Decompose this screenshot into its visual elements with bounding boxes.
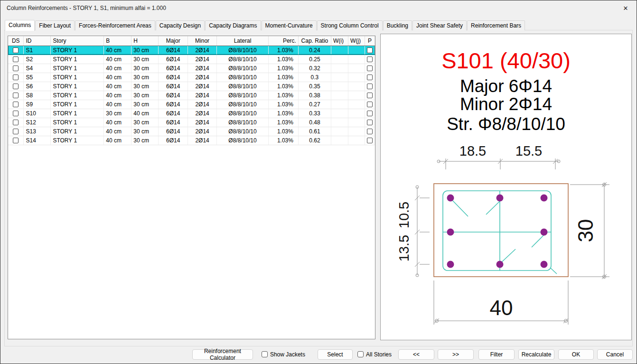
column-header-ratio[interactable]: Cap. Ratio: [298, 36, 331, 46]
table-row[interactable]: S12STORY 140 cm30 cm6Ø142Ø14Ø8/8/10/101.…: [8, 118, 375, 127]
cell-wj: [348, 127, 365, 136]
p-checkbox[interactable]: [367, 84, 373, 89]
cell-b: 40 cm: [104, 136, 131, 145]
tab-reinforcement-bars[interactable]: Reinforcement Bars: [467, 20, 525, 30]
tab-moment-curvature[interactable]: Moment-Curvature: [262, 20, 317, 30]
p-checkbox[interactable]: [367, 56, 373, 62]
p-checkbox[interactable]: [367, 47, 373, 53]
tab-strong-column-control[interactable]: Strong Column Control: [317, 20, 383, 30]
ds-checkbox[interactable]: [13, 47, 19, 53]
cell-ratio: 0.24: [298, 46, 331, 55]
column-header-perc[interactable]: Perc.: [268, 36, 298, 46]
stirrup-hook: [501, 249, 515, 262]
cell-minor: 2Ø14: [188, 64, 217, 73]
tab-capacity-diagrams[interactable]: Capacity Diagrams: [205, 20, 261, 30]
dim-left-bottom-value: 13.5: [396, 235, 412, 261]
p-checkbox[interactable]: [367, 111, 373, 116]
p-checkbox[interactable]: [367, 138, 373, 143]
cell-b: 40 cm: [104, 64, 131, 73]
ds-checkbox[interactable]: [13, 93, 19, 98]
table-row[interactable]: S10STORY 130 cm40 cm6Ø142Ø14Ø8/8/10/101.…: [8, 109, 375, 118]
table-row[interactable]: S4STORY 140 cm30 cm6Ø142Ø14Ø8/8/10/101.0…: [8, 64, 375, 73]
p-checkbox[interactable]: [367, 93, 373, 98]
table-header-row: DSIDStoryBHMajorMinorLateralPerc.Cap. Ra…: [8, 36, 375, 46]
cell-id: S6: [24, 82, 51, 91]
table-row[interactable]: S8STORY 140 cm30 cm6Ø142Ø14Ø8/8/10/101.0…: [8, 91, 375, 100]
column-header-story[interactable]: Story: [51, 36, 104, 46]
column-header-b[interactable]: B: [104, 36, 131, 46]
tab-joint-shear-safety[interactable]: Joint Shear Safety: [412, 20, 467, 30]
reinforcement-calculator-button[interactable]: Reinforcement Calculator: [192, 349, 253, 360]
table-row[interactable]: S5STORY 140 cm30 cm6Ø142Ø14Ø8/8/10/101.0…: [8, 73, 375, 82]
table-row[interactable]: S6STORY 140 cm30 cm6Ø142Ø14Ø8/8/10/101.0…: [8, 82, 375, 91]
all-stories-checkbox[interactable]: [357, 351, 364, 357]
cell-wi: [331, 118, 348, 127]
table-row[interactable]: S2STORY 140 cm30 cm6Ø142Ø14Ø8/8/10/101.0…: [8, 55, 375, 64]
show-jackets-label: Show Jackets: [270, 351, 305, 358]
ds-checkbox[interactable]: [13, 138, 19, 143]
cell-minor: 2Ø14: [188, 55, 217, 64]
cell-perc: 1.03%: [268, 118, 298, 127]
previous-button[interactable]: <<: [398, 349, 434, 360]
section-minor-label: Minor 2Φ14: [460, 94, 552, 114]
cell-ratio: 0.38: [298, 91, 331, 100]
column-header-p[interactable]: P: [365, 36, 375, 46]
cell-perc: 1.03%: [268, 100, 298, 109]
table-row[interactable]: S14STORY 140 cm30 cm6Ø142Ø14Ø8/8/10/101.…: [8, 136, 375, 145]
tab-columns[interactable]: Columns: [5, 20, 35, 31]
column-header-h[interactable]: H: [131, 36, 159, 46]
column-header-major[interactable]: Major: [159, 36, 188, 46]
ds-checkbox[interactable]: [13, 65, 19, 71]
recalculate-button[interactable]: Recalculate: [518, 349, 554, 360]
cell-b: 30 cm: [104, 109, 131, 118]
cell-h: 30 cm: [131, 136, 159, 145]
cell-id: S4: [24, 64, 51, 73]
show-jackets-checkbox[interactable]: [262, 351, 268, 357]
cell-perc: 1.03%: [268, 109, 298, 118]
close-icon[interactable]: ✕: [615, 0, 637, 16]
cell-p: [365, 136, 375, 145]
tab-capacity-design[interactable]: Capacity Design: [156, 20, 205, 30]
cell-ds: [8, 55, 24, 64]
column-header-lateral[interactable]: Lateral: [217, 36, 269, 46]
p-checkbox[interactable]: [367, 75, 373, 80]
cell-id: S12: [24, 118, 51, 127]
ds-checkbox[interactable]: [13, 129, 19, 134]
column-header-wj[interactable]: W(j): [348, 36, 365, 46]
section-drawing-panel: S101 (40/30) Major 6Φ14 Minor 2Φ14 Str. …: [380, 34, 632, 340]
column-header-minor[interactable]: Minor: [188, 36, 217, 46]
tab-forces-reinforcement-areas[interactable]: Forces-Reinforcement Areas: [75, 20, 155, 30]
p-checkbox[interactable]: [367, 102, 373, 107]
ds-checkbox[interactable]: [13, 102, 19, 107]
column-header-wi[interactable]: W(i): [331, 36, 348, 46]
cell-ratio: 0.32: [298, 64, 331, 73]
p-checkbox[interactable]: [367, 129, 373, 134]
column-header-ds[interactable]: DS: [8, 36, 24, 46]
ds-checkbox[interactable]: [13, 56, 19, 62]
cell-minor: 2Ø14: [188, 136, 217, 145]
cell-id: S13: [24, 127, 51, 136]
stirrup-outline: [443, 191, 551, 271]
p-checkbox[interactable]: [367, 120, 373, 125]
cell-b: 40 cm: [104, 127, 131, 136]
cell-wi: [331, 64, 348, 73]
ds-checkbox[interactable]: [13, 84, 19, 89]
tab-fiber-layout[interactable]: Fiber Layout: [35, 20, 75, 30]
table-row[interactable]: S13STORY 140 cm30 cm6Ø142Ø14Ø8/8/10/101.…: [8, 127, 375, 136]
ok-button[interactable]: OK: [558, 349, 594, 360]
ds-checkbox[interactable]: [13, 75, 19, 80]
column-header-id[interactable]: ID: [24, 36, 51, 46]
filter-button[interactable]: Filter: [478, 349, 515, 360]
cancel-button[interactable]: Cancel: [597, 349, 633, 360]
next-button[interactable]: >>: [438, 349, 474, 360]
tab-buckling[interactable]: Buckling: [383, 20, 412, 30]
table-row[interactable]: S1STORY 140 cm30 cm6Ø142Ø14Ø8/8/10/101.0…: [8, 46, 375, 55]
p-checkbox[interactable]: [367, 65, 373, 71]
cell-p: [365, 46, 375, 55]
table-row[interactable]: S9STORY 140 cm30 cm6Ø142Ø14Ø8/8/10/101.0…: [8, 100, 375, 109]
cell-p: [365, 73, 375, 82]
ds-checkbox[interactable]: [13, 120, 19, 125]
ds-checkbox[interactable]: [13, 111, 19, 116]
select-button[interactable]: Select: [318, 349, 353, 360]
section-major-label: Major 6Φ14: [460, 76, 552, 96]
